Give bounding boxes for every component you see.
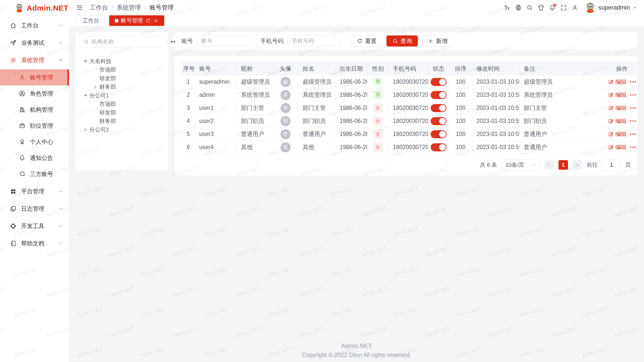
sidebar-item-business-test[interactable]: 业务测试 [0,35,69,51]
status-toggle[interactable] [431,130,447,138]
status-toggle[interactable] [431,104,447,112]
close-icon[interactable] [153,18,158,23]
active-dot-icon [115,19,118,22]
tree-caret-icon[interactable] [92,109,99,116]
app-logo[interactable]: Admin.NET [0,0,69,16]
tree-caret-icon[interactable] [92,75,99,82]
row-more-button[interactable] [630,118,636,124]
sidebar-item-dev-tools[interactable]: 开发工具 [0,218,69,234]
notebook-icon [10,240,17,247]
sidebar-item-workbench[interactable]: 工作台 [0,17,69,33]
tree-node[interactable]: 分公司1 [80,91,164,100]
org-search-box [80,36,168,47]
tree-caret-icon[interactable] [92,66,99,74]
status-toggle[interactable] [431,78,447,86]
edit-button[interactable]: 编辑 [608,78,627,86]
table-row: 6 user4 其他 其 其他 1986-06-28 女 18020030720… [182,141,639,154]
sidebar-item-role-management[interactable]: 角色管理 [0,85,69,102]
tree-node[interactable]: 财务部 [80,117,164,125]
user-menu[interactable]: superadmin [585,2,637,13]
notifications-button[interactable] [547,0,558,15]
row-more-button[interactable] [630,92,636,98]
page-number-button[interactable]: 1 [558,160,568,170]
search-icon [526,4,533,11]
breadcrumb-item[interactable]: 系统管理 [117,4,141,12]
cell-modified: 2023-01-03 10:59:44 [476,92,520,98]
edit-icon [608,131,614,137]
row-avatar: 超 [280,77,291,87]
add-button[interactable]: 新增 [422,35,453,47]
tree-caret-icon[interactable] [92,117,99,125]
cell-account: admin [199,92,215,98]
col-index: 序号 [182,62,195,75]
status-toggle[interactable] [431,143,447,151]
profile-button[interactable] [569,0,581,15]
cell-nickname: 其他 [241,144,253,150]
sidebar-item-log-management[interactable]: 日志管理 [0,201,69,217]
page-size-select[interactable]: 10条/页 [502,159,540,170]
search-button[interactable]: 查询 [386,35,418,47]
gender-tag: 男 [373,90,383,100]
tree-node[interactable]: 大名科技 [80,57,164,66]
row-more-button[interactable] [630,131,636,137]
chat-icon [19,171,25,177]
status-toggle[interactable] [431,91,447,99]
sidebar-item-system-management[interactable]: 系统管理 [0,52,69,68]
footer-title: Admin.NET [69,342,644,349]
edit-button[interactable]: 编辑 [608,117,627,125]
tree-node[interactable]: 市场部 [80,66,164,74]
cell-modified: 2023-01-03 10:59:44 [476,105,520,111]
goto-page-input[interactable] [602,159,621,170]
tree-caret-icon[interactable] [82,58,89,65]
edit-button[interactable]: 编辑 [608,144,627,151]
phone-input[interactable] [288,35,340,47]
tree-caret-icon[interactable] [92,83,99,91]
tree-caret-icon[interactable] [82,126,89,133]
sidebar-item-position-management[interactable]: 职位管理 [0,118,69,134]
account-input[interactable] [197,35,250,47]
tree-node[interactable]: 分公司2 [80,125,164,134]
edit-button[interactable]: 编辑 [608,130,627,138]
sidebar-item-personal-center[interactable]: 个人中心 [0,134,69,150]
fullscreen-button[interactable] [558,0,569,15]
tree-caret-icon[interactable] [82,92,89,99]
tab-workbench[interactable]: 工作台 [77,15,105,26]
edit-button[interactable]: 编辑 [608,104,627,112]
next-page-button[interactable] [573,160,582,170]
row-more-button[interactable] [630,79,636,85]
sidebar-item-help-docs[interactable]: 帮助文档 [0,235,69,251]
status-toggle[interactable] [431,117,447,125]
row-more-button[interactable] [630,144,636,150]
cell-modified: 2023-01-03 10:59:44 [476,118,520,124]
sidebar-item-org-management[interactable]: 机构管理 [0,102,69,118]
search-button[interactable] [524,0,535,15]
sidebar-item-platform-management[interactable]: 平台管理 [0,183,69,199]
org-search-input[interactable] [92,38,164,45]
prev-page-button[interactable] [544,160,554,170]
edit-button[interactable]: 编辑 [608,91,627,99]
font-size-button[interactable] [501,0,513,15]
reset-button[interactable]: 重置 [351,35,382,47]
main-panel: 账号 手机号码 重置 查询 新增 [175,32,637,356]
row-more-button[interactable] [630,105,636,111]
tree-node[interactable]: 研发部 [80,74,164,83]
chevron-down-icon [58,23,63,28]
tree-node[interactable]: 市场部 [80,100,164,108]
menu-fold-icon[interactable] [76,4,83,11]
account-label: 账号 [181,37,193,45]
sidebar-item-notice[interactable]: 通知公告 [0,150,69,166]
theme-button[interactable] [535,0,547,15]
chevron-down-icon [58,223,63,229]
sidebar-item-account-management[interactable]: 账号管理 [0,69,69,85]
col-nickname: 昵称 [237,62,273,75]
tab-account-management[interactable]: 账号管理 [109,15,164,26]
sidebar-item-thirdparty-account[interactable]: 三方账号 [0,166,69,182]
tree-caret-icon[interactable] [92,100,99,108]
breadcrumb-item[interactable]: 工作台 [90,4,108,12]
tree-node[interactable]: 财务部 [80,83,164,91]
refresh-icon[interactable] [145,18,151,23]
tree-node[interactable]: 研发部 [80,108,164,117]
language-button[interactable] [513,0,524,15]
gender-tag: 女 [373,116,383,126]
pagination-total: 共 6 条 [480,161,497,169]
